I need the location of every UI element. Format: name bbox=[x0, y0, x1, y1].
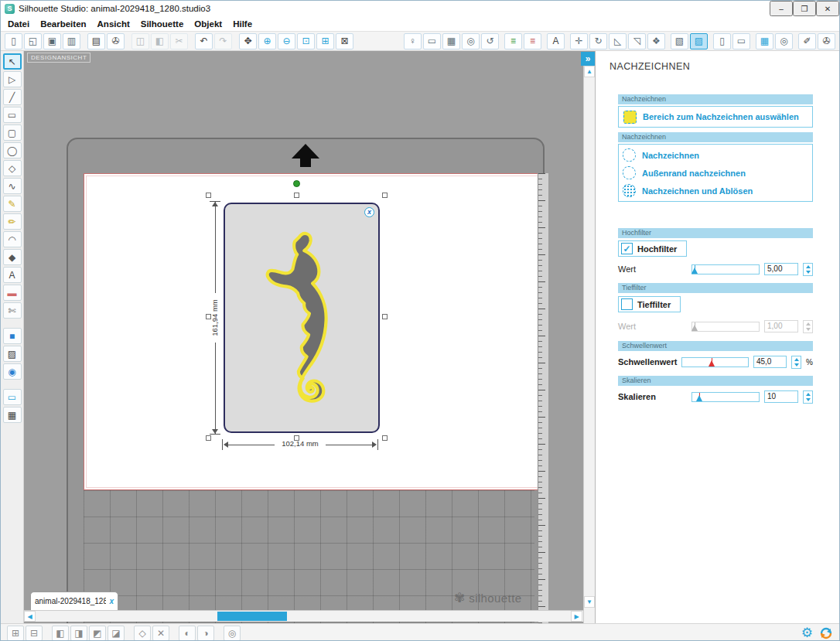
select-tool[interactable]: ↖ bbox=[3, 53, 22, 70]
selection-handle-bottom-center[interactable] bbox=[294, 435, 299, 441]
arc-tool[interactable]: ◠ bbox=[3, 231, 22, 247]
vertical-scrollbar[interactable]: ▲ ▼ bbox=[583, 66, 595, 623]
smooth-freehand-tool[interactable]: ✏ bbox=[3, 213, 22, 230]
copy-button[interactable]: ◫ bbox=[131, 33, 149, 49]
highpass-slider-marker[interactable] bbox=[691, 268, 698, 274]
sync-icon[interactable] bbox=[819, 626, 833, 640]
canvas-panel-tool[interactable]: ▭ bbox=[3, 389, 22, 405]
text-tool[interactable]: A bbox=[3, 267, 22, 283]
menu-silhouette[interactable]: Silhouette bbox=[135, 18, 190, 30]
edit-points-tool[interactable]: ▷ bbox=[3, 71, 22, 87]
gradient-sphere-tool[interactable]: ◉ bbox=[3, 363, 22, 380]
document-tab[interactable]: animal-2029418_128... x bbox=[30, 592, 118, 610]
registration-marks-button[interactable]: ◎ bbox=[462, 33, 480, 49]
pan-tool-button[interactable]: ✥ bbox=[239, 33, 257, 49]
highpass-slider[interactable] bbox=[691, 264, 760, 274]
menu-bearbeiten[interactable]: Bearbeiten bbox=[35, 18, 91, 30]
rotate-panel-button[interactable]: ↻ bbox=[589, 33, 607, 49]
scale-slider-marker[interactable] bbox=[696, 395, 702, 401]
save-document-button[interactable]: ▣ bbox=[43, 33, 61, 49]
cut-button[interactable]: ✂ bbox=[170, 33, 188, 49]
polygon-tool[interactable]: ◇ bbox=[3, 160, 22, 176]
ungroup-objects-button[interactable]: ⊟ bbox=[26, 626, 43, 641]
selection-handle-top-center[interactable] bbox=[294, 193, 299, 198]
selection-handle-bottom-left[interactable] bbox=[206, 435, 211, 441]
design-page-settings-button[interactable]: ♀ bbox=[404, 33, 422, 49]
scale-value-field[interactable]: 10 bbox=[764, 390, 798, 403]
image-badge[interactable]: x bbox=[364, 207, 374, 217]
reg-marks-button[interactable]: ◎ bbox=[775, 33, 793, 49]
document-tab-close-icon[interactable]: x bbox=[109, 597, 114, 605]
lowpass-checkbox[interactable] bbox=[621, 298, 633, 310]
fill-style-button[interactable]: ≡ bbox=[524, 33, 541, 49]
send-to-device-button[interactable]: ✇ bbox=[818, 33, 835, 49]
freehand-tool[interactable]: ✎ bbox=[3, 196, 22, 212]
menu-ansicht[interactable]: Ansicht bbox=[92, 18, 135, 30]
menu-datei[interactable]: Datei bbox=[2, 18, 35, 30]
scroll-left-icon[interactable]: ◀ bbox=[24, 611, 36, 622]
print-preview-button[interactable]: ✇ bbox=[107, 33, 125, 49]
ellipse-tool[interactable]: ◯ bbox=[3, 142, 22, 159]
threshold-value-field[interactable]: 45,0 bbox=[753, 356, 787, 368]
selection-handle-top-left[interactable] bbox=[206, 193, 211, 198]
select-trace-area-button[interactable]: Bereich zum Nachzeichnen auswählen bbox=[618, 106, 813, 128]
bring-to-front-button[interactable]: ◐ bbox=[179, 626, 196, 641]
design-canvas[interactable]: DESIGNANSICHT x bbox=[24, 51, 595, 623]
drag-zoom-button[interactable]: ⊞ bbox=[316, 33, 334, 49]
trace-panel-button[interactable]: ▨ bbox=[690, 33, 708, 49]
curve-tool[interactable]: ∿ bbox=[3, 178, 22, 194]
line-tool[interactable]: ╱ bbox=[3, 89, 22, 105]
rectangle-tool[interactable]: ▭ bbox=[3, 107, 22, 123]
blade-settings-button[interactable]: ✐ bbox=[798, 33, 816, 49]
group-objects-button[interactable]: ⊞ bbox=[7, 626, 24, 641]
open-document-button[interactable]: ◱ bbox=[24, 33, 42, 49]
trace-button[interactable]: Nachzeichnen bbox=[619, 146, 812, 164]
minimize-button[interactable]: – bbox=[770, 1, 793, 16]
seahorse-image[interactable] bbox=[237, 210, 366, 428]
highpass-checkbox[interactable]: ✓ bbox=[621, 243, 633, 254]
scroll-up-icon[interactable]: ▲ bbox=[584, 66, 595, 77]
menu-objekt[interactable]: Objekt bbox=[189, 18, 227, 30]
grid-settings-button[interactable]: ▦ bbox=[442, 33, 460, 49]
line-style-button[interactable]: ≡ bbox=[504, 33, 522, 49]
show-grid-button[interactable]: ▦ bbox=[756, 33, 773, 49]
eraser-tool[interactable]: ▬ bbox=[3, 285, 22, 301]
rotation-handle[interactable] bbox=[293, 180, 300, 187]
offset-button[interactable]: ◎ bbox=[224, 626, 241, 641]
selection-handle-mid-left[interactable] bbox=[206, 314, 211, 319]
duplicate-right-button[interactable]: ◨ bbox=[70, 626, 87, 641]
page-tools-button[interactable]: ▯ bbox=[713, 33, 731, 49]
rotate-view-button[interactable]: ↺ bbox=[481, 33, 499, 49]
duplicate-down-button[interactable]: ◪ bbox=[108, 626, 125, 641]
trace-outer-edge-button[interactable]: Außenrand nachzeichnen bbox=[619, 164, 812, 182]
highpass-value-field[interactable]: 5,00 bbox=[764, 263, 798, 275]
horizontal-scroll-thumb[interactable] bbox=[217, 612, 287, 621]
panel-collapse-button[interactable]: » bbox=[581, 52, 595, 66]
selection-handle-bottom-right[interactable] bbox=[382, 435, 388, 441]
scale-slider[interactable] bbox=[691, 392, 760, 402]
paste-button[interactable]: ◧ bbox=[151, 33, 169, 49]
delete-button[interactable]: ✕ bbox=[152, 626, 169, 641]
undo-button[interactable]: ↶ bbox=[195, 33, 213, 49]
maximize-button[interactable]: ❐ bbox=[793, 1, 816, 16]
table-panel-tool[interactable]: ▦ bbox=[3, 407, 22, 423]
fill-color-tool[interactable]: ■ bbox=[3, 328, 22, 344]
duplicate-left-button[interactable]: ◧ bbox=[52, 626, 69, 641]
transform-panel-button[interactable]: ✛ bbox=[570, 33, 588, 49]
scroll-right-icon[interactable]: ▶ bbox=[571, 611, 582, 622]
image-effects-button[interactable]: ▧ bbox=[671, 33, 688, 49]
threshold-value-stepper[interactable] bbox=[791, 356, 801, 369]
rounded-rectangle-tool[interactable]: ▢ bbox=[3, 124, 22, 141]
redo-button[interactable]: ↷ bbox=[214, 33, 232, 49]
regular-polygon-tool[interactable]: ◆ bbox=[3, 249, 22, 265]
threshold-slider[interactable] bbox=[681, 357, 749, 367]
weld-button[interactable]: ◇ bbox=[134, 626, 151, 641]
horizontal-scrollbar[interactable]: ◀ ▶ bbox=[24, 610, 583, 622]
preferences-gear-icon[interactable]: ⚙ bbox=[801, 626, 813, 639]
pattern-fill-tool[interactable]: ▨ bbox=[3, 346, 22, 362]
scale-panel-button[interactable]: ◺ bbox=[609, 33, 627, 49]
new-document-button[interactable]: ▯ bbox=[5, 33, 22, 49]
knife-tool[interactable]: ✄ bbox=[3, 302, 22, 319]
scroll-down-icon[interactable]: ▼ bbox=[584, 596, 595, 608]
trace-and-detach-button[interactable]: Nachzeichnen und Ablösen bbox=[619, 182, 812, 199]
